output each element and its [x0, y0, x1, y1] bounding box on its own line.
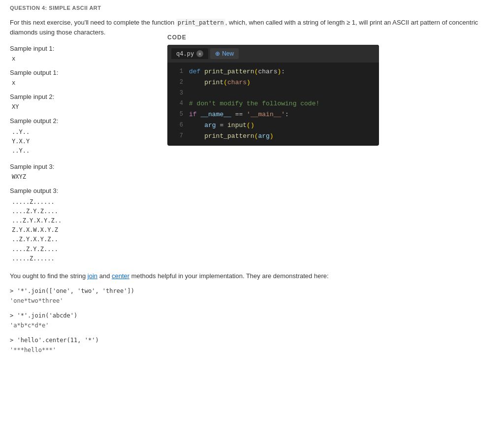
- sample-output-value-3: .....Z...... ....Z.Y.Z.... ...Z.Y.X.Y.Z.…: [12, 197, 162, 263]
- code-line-1: 1 def print_pattern(chars):: [167, 66, 379, 77]
- example-2-input: > '*'.join('abcde'): [10, 312, 494, 319]
- example-1-input: > '*'.join(['one', 'two', 'three']): [10, 287, 494, 294]
- new-tab-label: New: [222, 50, 234, 57]
- bottom-intro-text: You ought to find the string join and ce…: [10, 271, 494, 281]
- sample-input-label-1: Sample input 1:: [10, 45, 162, 52]
- new-tab-button[interactable]: ⊕ New: [210, 48, 239, 59]
- sample-input-label-3: Sample input 3:: [10, 163, 162, 170]
- code-body: 1 def print_pattern(chars): 2 print(char…: [167, 63, 379, 146]
- join-link[interactable]: join: [88, 272, 97, 280]
- sample-input-value-3: WXYZ: [12, 173, 162, 180]
- sample-output-label-2: Sample output 2:: [10, 117, 162, 125]
- sample-input-value-2: XY: [12, 103, 162, 110]
- code-tabs: q4.py × ⊕ New: [167, 45, 379, 63]
- tab-filename: q4.py: [176, 50, 194, 57]
- code-panel: CODE q4.py × ⊕ New 1 def print_pattern(c…: [167, 45, 379, 146]
- code-label: CODE: [167, 34, 187, 41]
- sample-output-label-1: Sample output 1:: [10, 69, 162, 76]
- question-header: QUESTION 4: SIMPLE ASCII ART: [10, 5, 494, 11]
- center-link[interactable]: center: [112, 272, 129, 280]
- example-3-output: '***hello***': [10, 347, 494, 353]
- bottom-section: You ought to find the string join and ce…: [10, 271, 494, 354]
- code-line-4: 4 # don't modify the following code!: [167, 98, 379, 109]
- sample-output-value-2: ..Y..Y.X.Y..Y..: [12, 127, 162, 156]
- sample-input-value-1: x: [12, 55, 162, 62]
- example-3-input: > 'hello'.center(11, '*'): [10, 337, 494, 344]
- sample-output-label-3: Sample output 3:: [10, 187, 162, 194]
- code-line-7: 7 print_pattern(arg): [167, 131, 379, 142]
- new-tab-icon: ⊕: [215, 50, 220, 57]
- example-2-output: 'a*b*c*d*e': [10, 322, 494, 329]
- code-line-2: 2 print(chars): [167, 77, 379, 88]
- code-line-3: 3: [167, 88, 379, 98]
- code-tab-q4[interactable]: q4.py ×: [171, 48, 208, 59]
- sample-input-label-2: Sample input 2:: [10, 93, 162, 100]
- sample-output-value-1: x: [12, 79, 162, 86]
- intro-paragraph: For this next exercise, you'll need to c…: [10, 18, 494, 37]
- code-line-5: 5 if __name__ == '__main__':: [167, 109, 379, 120]
- code-line-6: 6 arg = input(): [167, 120, 379, 131]
- tab-close-button[interactable]: ×: [196, 50, 203, 57]
- function-name-inline: print_pattern: [176, 19, 225, 27]
- example-1-output: 'one*two*three': [10, 297, 494, 304]
